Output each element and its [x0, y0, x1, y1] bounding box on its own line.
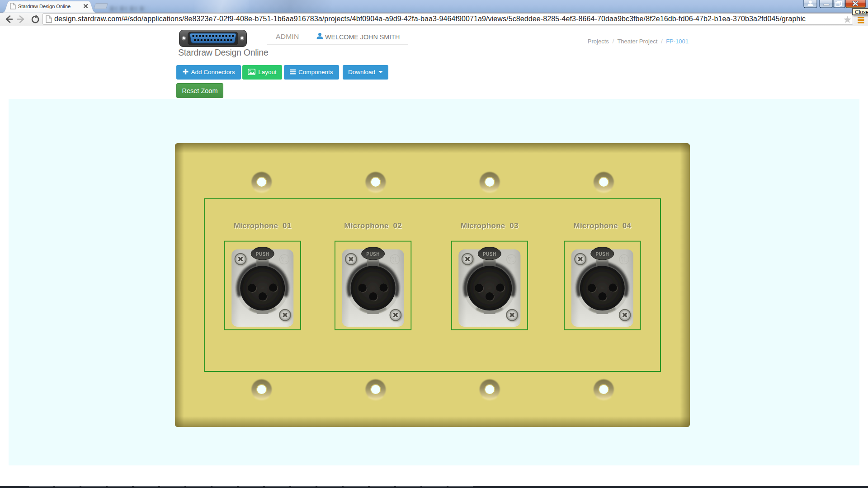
- svg-text:Microphone 04: Microphone 04: [574, 221, 632, 230]
- svg-text:Microphone 02: Microphone 02: [344, 221, 402, 230]
- svg-text:Microphone 01: Microphone 01: [234, 221, 292, 230]
- svg-text:Microphone 03: Microphone 03: [461, 221, 519, 230]
